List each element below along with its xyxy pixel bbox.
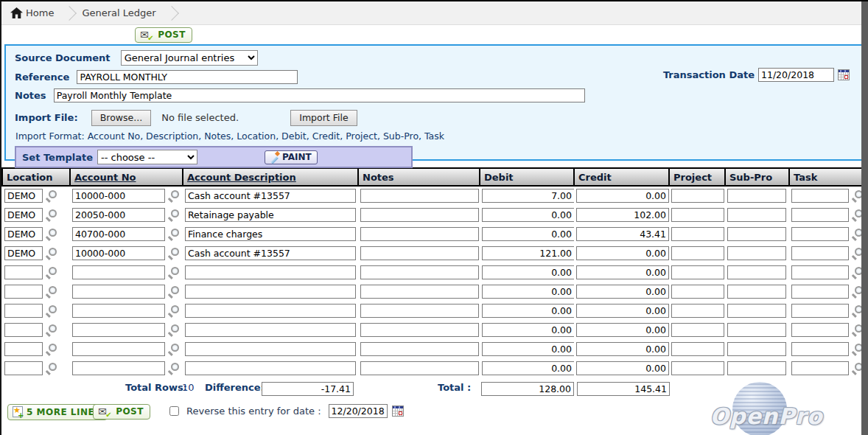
line-notes-input[interactable] <box>360 304 479 318</box>
magnifier-icon[interactable] <box>168 363 180 375</box>
line-notes-input[interactable] <box>360 189 479 203</box>
reverse-date-input[interactable] <box>329 404 388 418</box>
task-input[interactable] <box>791 361 849 375</box>
sub-pro-input[interactable] <box>727 208 786 222</box>
credit-input[interactable] <box>576 189 669 203</box>
calendar-icon[interactable] <box>838 69 850 80</box>
location-input[interactable] <box>4 246 43 260</box>
location-input[interactable] <box>4 208 43 222</box>
project-input[interactable] <box>671 304 724 318</box>
magnifier-icon[interactable] <box>46 286 57 298</box>
task-input[interactable] <box>791 285 849 299</box>
magnifier-icon[interactable] <box>168 286 180 298</box>
account-description-input[interactable] <box>185 361 356 375</box>
account-description-input[interactable] <box>185 208 356 222</box>
account-no-input[interactable] <box>72 285 165 299</box>
debit-input[interactable] <box>482 208 574 222</box>
magnifier-icon[interactable] <box>168 248 180 260</box>
sub-pro-input[interactable] <box>727 323 786 337</box>
magnifier-icon[interactable] <box>46 190 57 202</box>
post-button-bottom[interactable]: ✉✔ POST <box>93 404 150 420</box>
project-input[interactable] <box>671 189 724 203</box>
account-no-input[interactable] <box>72 361 165 375</box>
account-no-input[interactable] <box>72 265 165 279</box>
difference-input[interactable] <box>262 382 354 396</box>
total-debit-input[interactable] <box>481 382 574 396</box>
account-no-input[interactable] <box>72 304 165 318</box>
post-button-top[interactable]: ✉✔ POST <box>135 27 192 43</box>
project-input[interactable] <box>671 285 724 299</box>
import-file-button[interactable]: Import File <box>290 110 357 126</box>
task-input[interactable] <box>791 342 849 356</box>
browse-button[interactable]: Browse... <box>91 110 151 126</box>
location-input[interactable] <box>4 189 43 203</box>
project-input[interactable] <box>671 208 724 222</box>
sub-pro-input[interactable] <box>727 189 786 203</box>
account-description-input[interactable] <box>185 227 356 241</box>
account-description-input[interactable] <box>185 265 356 279</box>
credit-input[interactable] <box>576 265 669 279</box>
account-description-input[interactable] <box>185 285 356 299</box>
debit-input[interactable] <box>482 361 574 375</box>
credit-input[interactable] <box>576 246 669 260</box>
header-account-no[interactable]: Account No <box>70 168 183 186</box>
credit-input[interactable] <box>576 304 669 318</box>
magnifier-icon[interactable] <box>46 248 57 260</box>
account-description-input[interactable] <box>185 304 356 318</box>
line-notes-input[interactable] <box>360 227 479 241</box>
task-input[interactable] <box>791 208 849 222</box>
location-input[interactable] <box>4 323 43 337</box>
line-notes-input[interactable] <box>360 208 479 222</box>
magnifier-icon[interactable] <box>168 267 180 279</box>
line-notes-input[interactable] <box>360 323 479 337</box>
sub-pro-input[interactable] <box>727 361 786 375</box>
account-no-input[interactable] <box>72 208 165 222</box>
line-notes-input[interactable] <box>360 342 479 356</box>
magnifier-icon[interactable] <box>168 344 180 355</box>
account-description-input[interactable] <box>185 342 356 356</box>
account-no-input[interactable] <box>72 227 165 241</box>
reference-input[interactable] <box>77 70 298 84</box>
magnifier-icon[interactable] <box>168 190 180 202</box>
magnifier-icon[interactable] <box>46 324 57 336</box>
paint-button[interactable]: PAINT <box>265 150 318 164</box>
line-notes-input[interactable] <box>360 246 479 260</box>
sub-pro-input[interactable] <box>727 342 786 356</box>
task-input[interactable] <box>791 304 849 318</box>
set-template-select[interactable]: -- choose -- <box>97 150 197 164</box>
sub-pro-input[interactable] <box>727 227 786 241</box>
account-no-input[interactable] <box>72 189 165 203</box>
location-input[interactable] <box>4 361 43 375</box>
magnifier-icon[interactable] <box>168 305 180 317</box>
debit-input[interactable] <box>482 285 574 299</box>
task-input[interactable] <box>791 189 849 203</box>
project-input[interactable] <box>671 265 724 279</box>
sub-pro-input[interactable] <box>727 265 786 279</box>
debit-input[interactable] <box>482 304 574 318</box>
account-no-input[interactable] <box>72 342 165 356</box>
debit-input[interactable] <box>482 323 574 337</box>
total-credit-input[interactable] <box>577 382 670 396</box>
magnifier-icon[interactable] <box>46 363 57 375</box>
calendar-icon[interactable] <box>392 406 404 417</box>
credit-input[interactable] <box>576 342 669 356</box>
task-input[interactable] <box>791 246 849 260</box>
location-input[interactable] <box>4 342 43 356</box>
project-input[interactable] <box>671 323 724 337</box>
project-input[interactable] <box>671 361 724 375</box>
debit-input[interactable] <box>482 265 574 279</box>
breadcrumb-section[interactable]: General Ledger <box>82 7 155 18</box>
line-notes-input[interactable] <box>360 265 479 279</box>
source-document-select[interactable]: General Journal entries <box>121 50 258 66</box>
account-description-input[interactable] <box>185 189 356 203</box>
account-description-input[interactable] <box>185 246 356 260</box>
project-input[interactable] <box>671 342 724 356</box>
magnifier-icon[interactable] <box>46 229 57 240</box>
debit-input[interactable] <box>482 189 574 203</box>
debit-input[interactable] <box>482 227 574 241</box>
credit-input[interactable] <box>576 361 669 375</box>
location-input[interactable] <box>4 304 43 318</box>
credit-input[interactable] <box>576 323 669 337</box>
sub-pro-input[interactable] <box>727 246 786 260</box>
account-description-input[interactable] <box>185 323 356 337</box>
